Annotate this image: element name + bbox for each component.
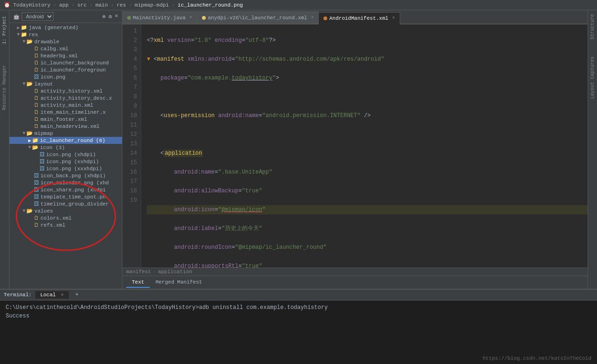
- tree-item-res[interactable]: ▼ 📁 res: [9, 31, 122, 38]
- tree-label: template_time_spot.pn: [40, 194, 106, 200]
- tree-item-icon-back[interactable]: 🖼 icon_back.png (xhdpi): [9, 172, 122, 179]
- structure-tab[interactable]: Structure: [590, 14, 595, 40]
- arrow-icon: ▼: [17, 32, 20, 37]
- tree-item-headerbg[interactable]: 🗋 headerbg.xml: [9, 52, 122, 59]
- tab-close-button[interactable]: ×: [392, 16, 395, 21]
- tree-item-main-footer[interactable]: 🗋 main_footer.xml: [9, 116, 122, 123]
- xml-icon: 🗋: [34, 102, 39, 108]
- arrow-icon: ▶: [17, 25, 20, 31]
- tree-item-ic-launcher-fg[interactable]: 🗋 ic_launcher_foregroun: [9, 66, 122, 73]
- tree-item-activity-history[interactable]: 🗋 activity_history.xml: [9, 87, 122, 95]
- tab-merged-manifest[interactable]: Merged Manifest: [150, 277, 208, 288]
- xml-icon: 🗋: [34, 123, 39, 129]
- tree-item-refs[interactable]: 🗋 refs.xml: [9, 222, 122, 229]
- tab-text[interactable]: Text: [126, 277, 150, 288]
- terminal-content[interactable]: C:\Users\catinthecold\AndroidStudioProje…: [0, 301, 597, 364]
- bottom-tabs: Text Merged Manifest: [122, 276, 588, 289]
- tree-label: layout: [34, 81, 53, 87]
- tree-item-icon-calendar[interactable]: 🖼 icon_calendar.png (xhd: [9, 179, 122, 186]
- folder-icon: 📁: [32, 137, 39, 143]
- folder-icon: 📁: [21, 24, 27, 31]
- tree-item-values[interactable]: ▼ 📂 values: [9, 207, 122, 214]
- tab-manifest[interactable]: AndroidManifest.xml ×: [319, 12, 400, 24]
- xml-icon: 🗋: [34, 60, 39, 66]
- settings-icon[interactable]: ⚙: [109, 13, 112, 20]
- sync-icon[interactable]: ⊕: [102, 13, 105, 20]
- tab-main-activity[interactable]: MainActivity.java ×: [122, 11, 197, 24]
- tree-item-icon-png[interactable]: 🖼 icon.png: [9, 73, 122, 80]
- code-line-11: android:label="历史上的今天": [147, 224, 588, 233]
- sidebar-actions: ⊕ ⚙ ×: [102, 13, 118, 20]
- tree-item-template-time-spot[interactable]: 🖼 template_time_spot.pn: [9, 193, 122, 200]
- tree-label: values: [34, 208, 53, 214]
- tree-label: refs.xml: [40, 222, 65, 228]
- tree-item-item-main[interactable]: 🗋 item_main_timeliner.x: [9, 109, 122, 116]
- tree-item-main-headerview[interactable]: 🗋 main_headerview.xml: [9, 123, 122, 130]
- folder-icon: 📁: [21, 32, 27, 38]
- tree-item-ic-launcher-bg[interactable]: 🗋 ic_launcher_background: [9, 59, 122, 66]
- code-line-1: <?xml version="1.0" encoding="utf-8"?>: [147, 36, 588, 45]
- terminal-header: Terminal: Local × +: [0, 290, 597, 301]
- layout-captures-tab[interactable]: Layout Captures: [590, 56, 595, 99]
- tree-item-mipmap[interactable]: ▼ 📂 mipmap: [9, 130, 122, 137]
- tree-item-icon-xxxhdpi[interactable]: 🖼 icon.png (xxxhdpi): [9, 165, 122, 172]
- tree-label: drawable: [34, 39, 59, 45]
- project-tab[interactable]: 1: Project: [1, 14, 8, 46]
- tab-close-button[interactable]: ×: [311, 15, 314, 20]
- tree-item-ic-launcher-round[interactable]: ▶ 📁 ic_launcher_round (6): [9, 137, 122, 144]
- folder-icon: 📂: [26, 208, 33, 214]
- tab-anydpi[interactable]: anydpi-v26\ic_launcher_round.xml ×: [197, 11, 319, 24]
- folder-icon: 📂: [26, 39, 33, 45]
- arrow-icon: ▼: [23, 131, 25, 136]
- tree-item-calbg[interactable]: 🗋 calbg.xml: [9, 45, 122, 52]
- tree-item-colors[interactable]: 🗋 colors.xml: [9, 214, 122, 222]
- tab-close-icon[interactable]: ×: [61, 292, 64, 298]
- terminal-add-button[interactable]: +: [73, 291, 81, 299]
- arrow-icon: ▼: [23, 39, 25, 44]
- tree-item-activity-history-desc[interactable]: 🗋 activity_history_desc.x: [9, 95, 122, 102]
- tab-close-button[interactable]: ×: [189, 15, 192, 20]
- code-line-2: ▼ <manifest xmlns:android="http://schema…: [147, 55, 588, 64]
- editor-area: MainActivity.java × anydpi-v26\ic_launch…: [122, 10, 588, 289]
- tree-item-java[interactable]: ▶ 📁 java (generated): [9, 24, 122, 31]
- tree-label: icon_back.png (xhdpi): [40, 173, 106, 179]
- sidebar: 🤖 Android Project ⊕ ⚙ × ▶ 📁 java (genera…: [9, 10, 122, 289]
- tree-label: activity_main.xml: [40, 103, 93, 108]
- arrow-icon: ▼: [23, 208, 25, 214]
- terminal-tab-local[interactable]: Local ×: [35, 291, 68, 299]
- tree-item-timeline-group[interactable]: 🖼 timeline_group_divider: [9, 200, 122, 207]
- main-layout: 1: Project Resource Manager 🤖 Android Pr…: [0, 10, 597, 289]
- tree-item-activity-main[interactable]: 🗋 activity_main.xml: [9, 102, 122, 109]
- resource-manager-tab[interactable]: Resource Manager: [1, 63, 8, 112]
- editor-content[interactable]: 1 2 3 4 5 6 7 8 9 10 11 12 13 14 15 16 1: [122, 24, 588, 268]
- tree-label: java (generated): [29, 25, 79, 31]
- topbar-icon: ⏰: [4, 2, 10, 8]
- tree-item-icon-folder[interactable]: ▼ 📂 icon (3): [9, 144, 122, 151]
- csdn-link[interactable]: https://blog.csdn.net/katsInTheCold: [483, 356, 591, 361]
- tab-label: MainActivity.java: [133, 15, 186, 21]
- project-view-select[interactable]: Android Project: [22, 12, 54, 21]
- tree-label: res: [29, 32, 38, 38]
- code-area[interactable]: <?xml version="1.0" encoding="utf-8"?> ▼…: [141, 24, 588, 268]
- xml-icon: 🗋: [34, 53, 39, 59]
- terminal: Terminal: Local × + C:\Users\catinthecol…: [0, 289, 597, 364]
- png-icon: 🖼: [40, 151, 45, 158]
- android-icon: 🤖: [13, 14, 20, 20]
- topbar-item: mipmap-mdpi: [135, 2, 169, 8]
- breadcrumb-manifest[interactable]: manifest: [126, 269, 151, 275]
- topbar-active-file: ic_launcher_round.png: [177, 2, 243, 8]
- xml-icon: 🗋: [34, 95, 39, 101]
- breadcrumb-application[interactable]: application: [158, 269, 192, 275]
- code-line-8: android:name=".base.UniteApp": [147, 167, 588, 177]
- tab-label: Local: [40, 292, 56, 298]
- code-line-13: android:supportsRtl="true": [147, 261, 588, 268]
- arrow-icon: ▼: [23, 81, 25, 87]
- tree-item-layout[interactable]: ▼ 📂 layout: [9, 80, 122, 87]
- tree-item-icon-share[interactable]: 🖼 icon_share.png (xhdpi: [9, 186, 122, 193]
- code-line-3: package="com.example.todayhistory">: [147, 73, 588, 83]
- tree-label: icon.png (xhdpi): [46, 152, 96, 158]
- tree-item-icon-xhdpi[interactable]: 🖼 icon.png (xhdpi): [9, 151, 122, 158]
- close-panel-icon[interactable]: ×: [115, 13, 118, 20]
- tree-item-drawable[interactable]: ▼ 📂 drawable: [9, 38, 122, 45]
- tree-item-icon-xxhdpi[interactable]: 🖼 icon.png (xxhdpi): [9, 158, 122, 165]
